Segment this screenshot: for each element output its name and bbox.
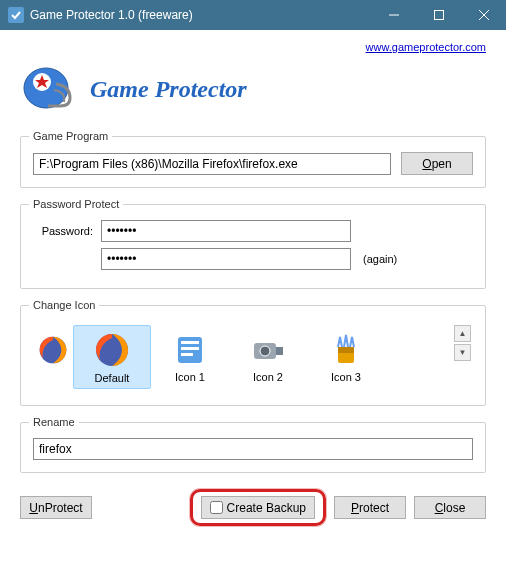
game-program-group: Game Program Open xyxy=(20,130,486,188)
password-label: Password: xyxy=(33,225,93,237)
svg-rect-12 xyxy=(181,347,199,350)
close-footer-button[interactable]: Close xyxy=(414,496,486,519)
svg-rect-11 xyxy=(181,341,199,344)
helmet-icon xyxy=(20,64,76,114)
camera-icon xyxy=(250,331,286,367)
password-protect-group: Password Protect Password: (again) xyxy=(20,198,486,289)
svg-rect-2 xyxy=(434,11,443,20)
password-input-1[interactable] xyxy=(101,220,351,242)
maximize-button[interactable] xyxy=(416,0,461,30)
rename-legend: Rename xyxy=(29,416,79,428)
firefox-orig-icon xyxy=(38,335,68,365)
svg-point-15 xyxy=(260,346,270,356)
minimize-button[interactable] xyxy=(371,0,416,30)
header-logo: Game Protector xyxy=(20,60,486,130)
footer-buttons: UnProtect Create Backup Protect Close xyxy=(20,483,486,526)
rename-group: Rename xyxy=(20,416,486,473)
titlebar: Game Protector 1.0 (freeware) xyxy=(0,0,506,30)
scroll-up-button[interactable]: ▲ xyxy=(454,325,471,342)
game-path-input[interactable] xyxy=(33,153,391,175)
svg-rect-0 xyxy=(8,7,24,23)
folder-icon xyxy=(172,331,208,367)
website-link[interactable]: www.gameprotector.com xyxy=(366,41,486,53)
close-button[interactable] xyxy=(461,0,506,30)
icon-item-2[interactable]: Icon 2 xyxy=(229,325,307,387)
password-again-label: (again) xyxy=(363,253,397,265)
icon-item-default[interactable]: Default xyxy=(73,325,151,389)
icon-item-3[interactable]: Icon 3 xyxy=(307,325,385,387)
password-input-2[interactable] xyxy=(101,248,351,270)
brush-icon xyxy=(328,331,364,367)
firefox-icon xyxy=(94,332,130,368)
password-protect-legend: Password Protect xyxy=(29,198,123,210)
window-title: Game Protector 1.0 (freeware) xyxy=(30,8,371,22)
svg-rect-18 xyxy=(338,347,354,353)
icon-item-1[interactable]: Icon 1 xyxy=(151,325,229,387)
app-icon xyxy=(8,7,24,23)
change-icon-legend: Change Icon xyxy=(29,299,99,311)
change-icon-group: Change Icon Default Icon 1 Icon 2 Icon 3 xyxy=(20,299,486,406)
game-program-legend: Game Program xyxy=(29,130,112,142)
create-backup-input[interactable] xyxy=(210,501,223,514)
svg-rect-16 xyxy=(276,347,283,355)
scroll-down-button[interactable]: ▼ xyxy=(454,344,471,361)
create-backup-checkbox[interactable]: Create Backup xyxy=(201,496,315,519)
icon-item[interactable] xyxy=(33,325,73,369)
url-row: www.gameprotector.com xyxy=(20,38,486,60)
content-area: www.gameprotector.com Game Protector Gam… xyxy=(0,30,506,540)
unprotect-button[interactable]: UnProtect xyxy=(20,496,92,519)
open-button[interactable]: Open xyxy=(401,152,473,175)
rename-input[interactable] xyxy=(33,438,473,460)
app-title: Game Protector xyxy=(90,76,247,103)
protect-button[interactable]: Protect xyxy=(334,496,406,519)
svg-rect-13 xyxy=(181,353,193,356)
highlight-annotation: Create Backup xyxy=(190,489,326,526)
